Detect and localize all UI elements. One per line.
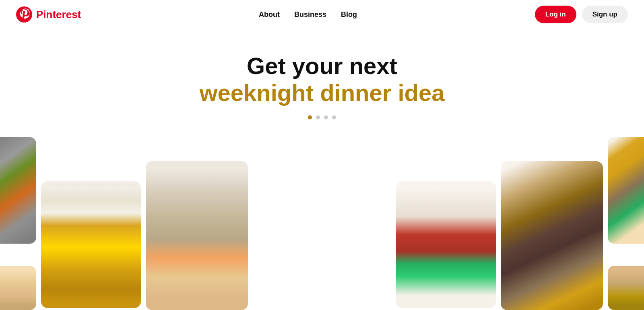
logo[interactable]: Pinterest [16, 6, 81, 23]
dot-1[interactable] [308, 115, 312, 119]
hero-line2: weeknight dinner idea [0, 79, 644, 107]
pinterest-logo-icon [16, 6, 32, 23]
dot-2[interactable] [316, 115, 320, 119]
hero-line1: Get your next [0, 53, 644, 79]
image-row [0, 137, 644, 310]
dot-3[interactable] [324, 115, 328, 119]
nav-links: About Business Blog [259, 10, 357, 19]
nav-actions: Log in Sign up [535, 6, 628, 23]
image-drink [41, 181, 141, 308]
image-chicken [501, 161, 603, 310]
carousel-dots [0, 115, 644, 119]
login-button[interactable]: Log in [535, 6, 576, 23]
image-right-bottom [608, 266, 644, 310]
image-right-top [608, 137, 644, 244]
hero-section: Get your next weeknight dinner idea [0, 29, 644, 131]
logo-text: Pinterest [36, 8, 81, 21]
image-toast [396, 181, 496, 308]
nav-business[interactable]: Business [294, 10, 326, 19]
image-left-top [0, 137, 36, 244]
nav-about[interactable]: About [259, 10, 280, 19]
image-left-bottom [0, 266, 36, 310]
image-cooking [146, 161, 248, 310]
nav-blog[interactable]: Blog [341, 10, 357, 19]
page-container: Pinterest About Business Blog Log in Sig… [0, 0, 644, 310]
dot-4[interactable] [332, 115, 336, 119]
navbar: Pinterest About Business Blog Log in Sig… [0, 0, 644, 29]
signup-button[interactable]: Sign up [582, 6, 628, 23]
